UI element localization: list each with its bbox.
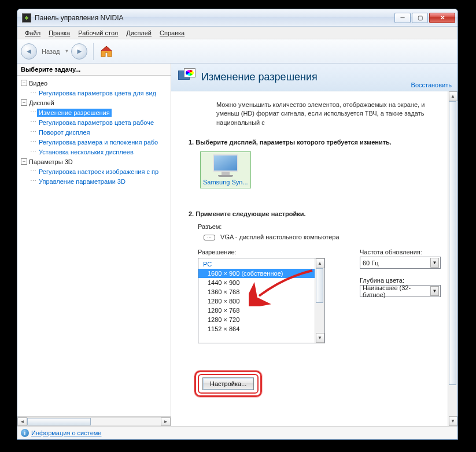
refresh-label: Частота обновления: [360,249,441,255]
toolbar: ◄ Назад ▼ ► [17,39,457,64]
customize-highlight: Настройка... [194,371,262,397]
tree-item-video-color[interactable]: Регулировка параметров цвета для вид [37,89,158,97]
scroll-down-icon[interactable]: ▼ [449,416,457,426]
tree-cat-display[interactable]: Дисплей [29,99,54,106]
scroll-left-icon[interactable]: ◄ [17,417,27,426]
display-name: Samsung Syn... [203,179,248,186]
menu-file[interactable]: Файл [21,28,45,38]
tree-toggle-display[interactable]: − [21,99,27,106]
back-button[interactable]: ◄ [21,43,37,60]
resolution-label: Разрешение: [198,249,325,255]
sidebar: Выберите задачу... −Видео ⋯Регулировка п… [17,64,171,426]
res-item-1280x800[interactable]: 1280 × 800 [198,297,324,306]
depth-label: Глубина цвета: [360,277,441,284]
main-vscroll[interactable]: ▲ ▼ [448,91,457,426]
window-title: Панель управления NVIDIA [35,14,394,22]
sidebar-header: Выберите задачу... [17,64,171,76]
menu-help[interactable]: Справка [156,28,189,38]
res-vscroll[interactable]: ▲ ▼ [315,258,324,343]
res-category: PC [198,260,324,269]
monitor-icon [212,154,239,177]
page-icon [178,68,197,87]
display-selector[interactable]: Samsung Syn... [200,151,251,188]
chevron-down-icon[interactable]: ▼ [430,286,439,296]
res-item-1600x900[interactable]: 1600 × 900 (собственное) [198,269,324,278]
depth-combo[interactable]: Наивысшее (32-битное)▼ [360,285,441,297]
menu-edit[interactable]: Правка [45,28,74,38]
res-item-1152x864[interactable]: 1152 × 864 [198,324,324,334]
titlebar[interactable]: Панель управления NVIDIA ─ ▢ ✕ [17,9,457,27]
vga-icon [204,235,215,240]
page-title: Изменение разрешения [201,71,318,83]
info-icon: i [21,429,29,437]
chevron-down-icon[interactable]: ▼ [430,258,439,268]
back-label: Назад [39,48,62,55]
hscroll-thumb[interactable] [27,418,91,425]
menu-desktop[interactable]: Рабочий стол [74,28,122,38]
home-button[interactable] [99,45,113,58]
toolbar-separator [93,43,94,60]
res-item-1280x720[interactable]: 1280 × 720 [198,315,324,324]
forward-button[interactable]: ► [71,43,87,60]
resolution-list[interactable]: PC 1600 × 900 (собственное) 1440 × 900 1… [198,258,325,343]
system-info-link[interactable]: Информация о системе [31,429,101,436]
page-header: Изменение разрешения Восстановить [171,64,457,91]
step2-title: 2. Примените следующие настройки. [189,210,455,217]
menu-display[interactable]: Дисплей [122,28,156,38]
vscroll-thumb[interactable] [316,268,323,303]
connector-value: VGA - дисплей настольного компьютера [220,234,340,240]
close-button[interactable]: ✕ [429,13,455,23]
tree-cat-video[interactable]: Видео [29,80,47,87]
tree-cat-3d[interactable]: Параметры 3D [29,158,73,165]
refresh-combo[interactable]: 60 Гц▼ [360,257,441,269]
tree-item-3d-manage[interactable]: Управление параметрами 3D [37,177,127,186]
vscroll-thumb[interactable] [449,101,456,385]
res-item-1280x768[interactable]: 1280 × 768 [198,306,324,315]
app-icon [22,13,31,23]
back-dropdown-icon[interactable]: ▼ [65,49,69,54]
restore-link[interactable]: Восстановить [411,81,452,88]
minimize-button[interactable]: ─ [394,13,411,23]
tree-toggle-video[interactable]: − [21,80,27,86]
scroll-down-icon[interactable]: ▼ [316,333,324,343]
tree-toggle-3d[interactable]: − [21,158,27,165]
scroll-up-icon[interactable]: ▲ [449,91,457,101]
task-tree: −Видео ⋯Регулировка параметров цвета для… [17,76,171,416]
tree-item-change-resolution[interactable]: Изменение разрешения [37,109,112,117]
tree-item-size-position[interactable]: Регулировка размера и положения рабо [37,138,160,146]
tree-item-rotate[interactable]: Поворот дисплея [37,128,91,136]
footer: i Информация о системе [17,426,457,439]
customize-button[interactable]: Настройка... [202,377,254,390]
res-item-1440x900[interactable]: 1440 × 900 [198,278,324,287]
maximize-button[interactable]: ▢ [412,13,428,23]
connector-label: Разъем: [198,223,222,230]
sidebar-hscroll[interactable]: ◄ ► [17,416,171,426]
scroll-up-icon[interactable]: ▲ [316,258,324,268]
tree-item-desktop-color[interactable]: Регулировка параметров цвета рабоче [37,118,156,127]
tree-item-3d-image[interactable]: Регулировка настроек изображения с пр [37,168,160,176]
res-item-1360x768[interactable]: 1360 × 768 [198,287,324,297]
step1-title: 1. Выберите дисплей, параметры которого … [189,139,455,146]
page-description: Можно уменьшить количество элементов, от… [216,101,444,127]
tree-item-multi-display[interactable]: Установка нескольких дисплеев [37,148,135,156]
menubar: Файл Правка Рабочий стол Дисплей Справка [17,27,457,39]
scroll-right-icon[interactable]: ► [161,417,171,426]
